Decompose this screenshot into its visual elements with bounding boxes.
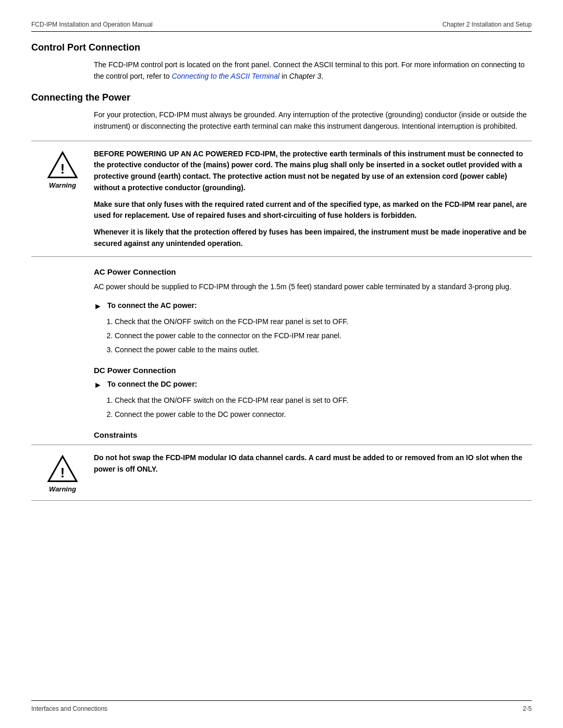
subsection-title-ac-power: AC Power Connection	[94, 267, 532, 276]
ac-step-3: Connect the power cable to the mains out…	[115, 344, 532, 355]
footer-right: 2-5	[523, 705, 532, 712]
warning-triangle-icon-1: !	[47, 151, 78, 179]
subsection-title-constraints: Constraints	[94, 430, 532, 439]
warning-text-1: BEFORE POWERING UP AN AC POWERED FCD-IPM…	[94, 149, 532, 250]
header-left: FCD-IPM Installation and Operation Manua…	[31, 21, 153, 28]
warning-triangle-icon-2: !	[47, 454, 78, 483]
ac-power-arrow: ► To connect the AC power:	[94, 301, 532, 311]
warning-block-1: ! Warning BEFORE POWERING UP AN AC POWER…	[31, 141, 532, 257]
page-header: FCD-IPM Installation and Operation Manua…	[31, 21, 532, 32]
control-port-chapter: Chapter 3	[289, 72, 321, 80]
control-port-link[interactable]: Connecting to the ASCII Terminal	[172, 72, 279, 80]
constraints-warning-para: Do not hot swap the FCD-IPM modular IO d…	[94, 452, 532, 475]
control-port-in: in	[279, 72, 289, 80]
header-right: Chapter 2 Installation and Setup	[443, 21, 532, 28]
page-footer: Interfaces and Connections 2-5	[31, 700, 532, 712]
dc-step-2: Connect the power cable to the DC power …	[115, 409, 532, 420]
ac-step-2: Connect the power cable to the connector…	[115, 330, 532, 341]
warning1-para2: Make sure that only fuses with the requi…	[94, 199, 532, 221]
footer-left: Interfaces and Connections	[31, 705, 107, 712]
section-title-control-port: Control Port Connection	[31, 42, 532, 53]
subsection-title-dc-power: DC Power Connection	[94, 366, 532, 375]
warning-label-1: Warning	[49, 181, 76, 189]
constraints-subsection: Constraints	[94, 430, 532, 439]
arrow-symbol-dc: ►	[94, 380, 102, 390]
warning1-para2-strong: Make sure that only fuses with the requi…	[94, 200, 527, 220]
warning1-para3: Whenever it is likely that the protectio…	[94, 227, 532, 249]
svg-text:!: !	[60, 162, 65, 176]
section-dc-power: DC Power Connection ► To connect the DC …	[31, 366, 532, 420]
ac-power-body: AC power should be supplied to FCD-IPM t…	[94, 281, 532, 293]
section-title-connecting-power: Connecting the Power	[31, 92, 532, 103]
arrow-symbol-ac: ►	[94, 302, 102, 311]
page: FCD-IPM Installation and Operation Manua…	[0, 0, 563, 553]
section-constraints: Constraints ! Warning Do not hot swap th…	[31, 430, 532, 501]
warning1-para1: BEFORE POWERING UP AN AC POWERED FCD-IPM…	[94, 149, 532, 194]
svg-text:!: !	[60, 465, 65, 480]
section-control-port: Control Port Connection The FCD-IPM cont…	[31, 42, 532, 82]
dc-step-1: Check that the ON/OFF switch on the FCD-…	[115, 395, 532, 406]
warning-label-2: Warning	[49, 485, 76, 493]
warning-block-2: ! Warning Do not hot swap the FCD-IPM mo…	[31, 445, 532, 501]
dc-power-steps: Check that the ON/OFF switch on the FCD-…	[115, 395, 532, 420]
warning1-para3-strong: Whenever it is likely that the protectio…	[94, 228, 527, 248]
section-ac-power: AC Power Connection AC power should be s…	[31, 267, 532, 355]
warning1-para1-strong: BEFORE POWERING UP AN AC POWERED FCD-IPM…	[94, 150, 523, 192]
dc-power-arrow: ► To connect the DC power:	[94, 380, 532, 390]
ac-power-subsection: AC Power Connection	[94, 267, 532, 276]
ac-step-1: Check that the ON/OFF switch on the FCD-…	[115, 316, 532, 327]
control-port-end: .	[321, 72, 323, 80]
connecting-power-body: For your protection, FCD-IPM must always…	[94, 109, 532, 132]
ac-power-steps: Check that the ON/OFF switch on the FCD-…	[115, 316, 532, 355]
section-connecting-power: Connecting the Power For your protection…	[31, 92, 532, 501]
warning-icon-area-1: ! Warning	[31, 149, 94, 189]
warning-icon-area-2: ! Warning	[31, 452, 94, 493]
warning-text-2: Do not hot swap the FCD-IPM modular IO d…	[94, 452, 532, 475]
dc-power-subsection: DC Power Connection	[94, 366, 532, 375]
constraints-warning-strong: Do not hot swap the FCD-IPM modular IO d…	[94, 453, 522, 473]
ac-power-arrow-label: To connect the AC power:	[107, 301, 197, 310]
control-port-body: The FCD-IPM control port is located on t…	[94, 59, 532, 82]
dc-power-arrow-label: To connect the DC power:	[107, 380, 197, 388]
